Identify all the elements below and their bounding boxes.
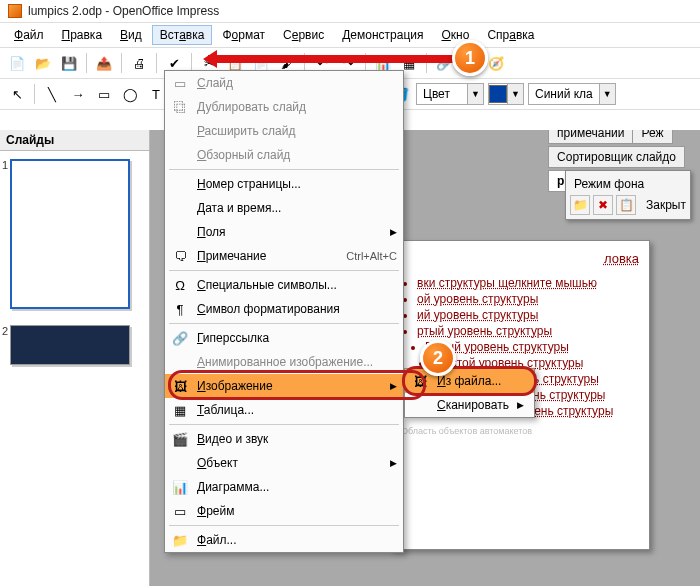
new-icon[interactable]: 📄: [6, 52, 28, 74]
bg-delete-icon[interactable]: ✖: [593, 195, 613, 215]
tab-notes[interactable]: примечаний: [548, 130, 633, 144]
menu-item[interactable]: ΩСпециальные символы...: [165, 273, 403, 297]
submenu-item-icon: 🖼: [411, 374, 429, 389]
badge-2: 2: [420, 340, 456, 376]
titlebar: lumpics 2.odp - OpenOffice Impress: [0, 0, 700, 23]
menu-item[interactable]: 📁Файл...: [165, 528, 403, 552]
line-icon[interactable]: ╲: [41, 83, 63, 105]
submenu-arrow-icon: ▶: [390, 381, 397, 391]
fill-color-dropdown[interactable]: ▼: [488, 83, 524, 105]
menu-item[interactable]: Объект▶: [165, 451, 403, 475]
popup-title: Режим фона: [570, 175, 686, 195]
badge-1: 1: [452, 40, 488, 76]
arrow-icon[interactable]: →: [67, 83, 89, 105]
menu-item[interactable]: ▦Таблица...: [165, 398, 403, 422]
menu-item[interactable]: 📊Диаграмма...: [165, 475, 403, 499]
menu-item[interactable]: ¶Символ форматирования: [165, 297, 403, 321]
menu-item-icon: ¶: [171, 302, 189, 317]
menu-item-icon: ⿻: [171, 100, 189, 115]
menu-item-icon: 🗨: [171, 249, 189, 264]
app-icon: [8, 4, 22, 18]
fill-type-dropdown[interactable]: Цвет▼: [416, 83, 484, 105]
nav-icon[interactable]: 🧭: [485, 52, 507, 74]
menu-item[interactable]: 🗨ПримечаниеCtrl+Alt+C: [165, 244, 403, 268]
menu-item[interactable]: ▭Фрейм: [165, 499, 403, 523]
submenu-item[interactable]: 🖼Из файла...: [405, 369, 534, 393]
menu-item: Обзорный слайд: [165, 143, 403, 167]
autolayout-placeholder: Область объектов автомакетов: [401, 426, 639, 436]
menu-edit[interactable]: Правка: [54, 25, 111, 45]
window-title: lumpics 2.odp - OpenOffice Impress: [28, 4, 219, 18]
menu-item[interactable]: Поля▶: [165, 220, 403, 244]
submenu-arrow-icon: ▶: [517, 400, 524, 410]
menubar: Файл Правка Вид Вставка Формат Сервис Де…: [0, 23, 700, 48]
menu-file[interactable]: Файл: [6, 25, 52, 45]
menu-item-icon: 🔗: [171, 331, 189, 346]
menu-item-icon: ▭: [171, 504, 189, 519]
menu-item: ▭Слайд: [165, 71, 403, 95]
menu-help[interactable]: Справка: [479, 25, 542, 45]
menu-item[interactable]: Дата и время...: [165, 196, 403, 220]
menu-format[interactable]: Формат: [214, 25, 273, 45]
submenu-arrow-icon: ▶: [390, 458, 397, 468]
slide-thumb-1[interactable]: 1: [10, 159, 139, 309]
background-mode-popup: Режим фона 📁 ✖ 📋 Закрыт: [565, 170, 691, 220]
rect-icon[interactable]: ▭: [93, 83, 115, 105]
save-icon[interactable]: 💾: [58, 52, 80, 74]
submenu-arrow-icon: ▶: [390, 227, 397, 237]
menu-item[interactable]: Номер страницы...: [165, 172, 403, 196]
bg-close[interactable]: Закрыт: [646, 198, 686, 212]
ellipse-icon[interactable]: ◯: [119, 83, 141, 105]
menu-item: Анимированное изображение...: [165, 350, 403, 374]
print-icon[interactable]: 🖨: [128, 52, 150, 74]
menu-slideshow[interactable]: Демонстрация: [334, 25, 431, 45]
menu-item-icon: 📊: [171, 480, 189, 495]
insert-menu-dropdown: ▭Слайд⿻Дублировать слайдРасширить слайдО…: [164, 70, 404, 553]
menu-item: ⿻Дублировать слайд: [165, 95, 403, 119]
menu-item: Расширить слайд: [165, 119, 403, 143]
menu-tools[interactable]: Сервис: [275, 25, 332, 45]
menu-insert[interactable]: Вставка: [152, 25, 213, 45]
slide-title-placeholder[interactable]: ловка: [401, 251, 639, 266]
pointer-icon[interactable]: ↖: [6, 83, 28, 105]
menu-item-icon: 📁: [171, 533, 189, 548]
bg-rename-icon[interactable]: 📋: [616, 195, 636, 215]
menu-item[interactable]: 🔗Гиперссылка: [165, 326, 403, 350]
line-color-dropdown[interactable]: Синий кла▼: [528, 83, 616, 105]
slides-panel: Слайды 1 2: [0, 130, 150, 586]
menu-view[interactable]: Вид: [112, 25, 150, 45]
color-swatch: [489, 85, 507, 103]
menu-item-icon: ▭: [171, 76, 189, 91]
annotation-arrow: [208, 55, 458, 63]
submenu-item[interactable]: Сканировать ▶: [405, 393, 534, 417]
menu-item-icon: 🎬: [171, 432, 189, 447]
menu-item-icon: Ω: [171, 278, 189, 293]
bg-new-icon[interactable]: 📁: [570, 195, 590, 215]
image-submenu: 🖼Из файла...Сканировать ▶: [404, 368, 535, 418]
tab-sorter[interactable]: Сортировщик слайдо: [548, 146, 685, 168]
open-icon[interactable]: 📂: [32, 52, 54, 74]
menu-item[interactable]: 🎬Видео и звук: [165, 427, 403, 451]
tab-mode[interactable]: Реж: [632, 130, 672, 144]
slide-thumb-2[interactable]: 2: [10, 325, 139, 365]
menu-item-icon: ▦: [171, 403, 189, 418]
slides-panel-header: Слайды: [0, 130, 149, 151]
menu-item[interactable]: 🖼Изображение▶: [165, 374, 403, 398]
menu-item-icon: 🖼: [171, 379, 189, 394]
export-icon[interactable]: 📤: [93, 52, 115, 74]
chevron-down-icon: ▼: [467, 84, 483, 104]
